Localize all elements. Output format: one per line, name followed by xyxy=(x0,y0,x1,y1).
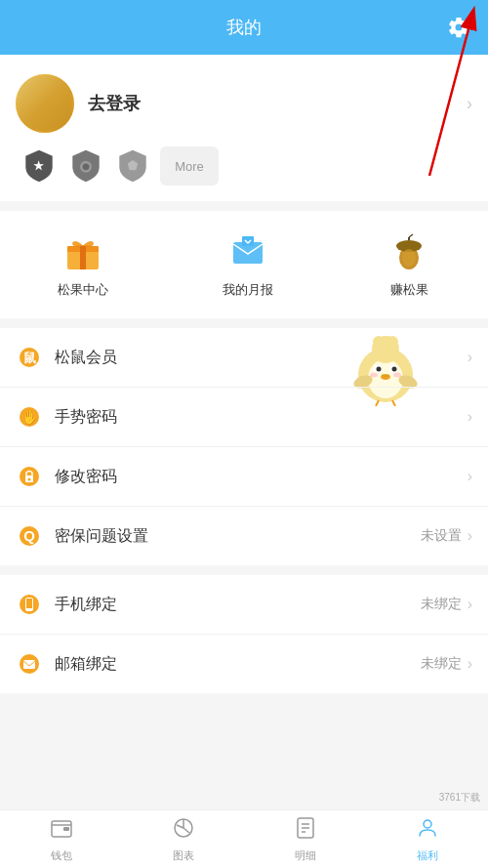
wallet-icon xyxy=(50,816,73,846)
svg-point-41 xyxy=(28,608,30,610)
watermark: 3761下载 xyxy=(439,791,480,805)
squirrel-icon: 鼠 xyxy=(16,344,43,371)
gesture-password-label: 手势密码 xyxy=(55,407,468,428)
badge-item-3[interactable] xyxy=(113,146,152,186)
change-password-label: 修改密码 xyxy=(55,467,468,487)
svg-line-11 xyxy=(409,234,413,237)
email-bind-label: 邮箱绑定 xyxy=(55,654,421,675)
pine-center-label: 松果中心 xyxy=(58,281,108,299)
chart-nav-label: 图表 xyxy=(173,848,194,863)
shield-badge-2 xyxy=(68,148,103,184)
settings-button[interactable] xyxy=(445,14,472,41)
mine-nav-icon xyxy=(416,816,439,846)
bottom-navigation: 钱包 图表 明细 福利 xyxy=(0,809,488,868)
badge-row: ★ More xyxy=(16,146,472,186)
svg-point-2 xyxy=(83,163,90,170)
svg-text:★: ★ xyxy=(34,159,45,173)
email-icon xyxy=(16,650,43,678)
quick-actions: 松果中心 我的月报 xyxy=(0,211,488,318)
more-badges-button[interactable]: More xyxy=(160,146,219,186)
gear-icon xyxy=(447,16,470,39)
shield-badge-1: ★ xyxy=(21,148,57,184)
mail-icon xyxy=(226,230,269,273)
profile-row[interactable]: 去登录 › xyxy=(16,74,472,133)
profile-section: 去登录 › ★ xyxy=(0,55,488,201)
phone-icon xyxy=(16,591,43,618)
monthly-report-label: 我的月报 xyxy=(223,281,273,299)
detail-nav-label: 明细 xyxy=(295,848,316,863)
nav-detail[interactable]: 明细 xyxy=(244,816,366,863)
security-question-value: 未设置 xyxy=(421,527,462,545)
app-header: 我的 xyxy=(0,0,488,55)
gift-icon xyxy=(61,230,104,273)
avatar xyxy=(16,74,74,133)
wallet-nav-label: 钱包 xyxy=(51,848,72,863)
monthly-report-button[interactable]: 我的月报 xyxy=(223,230,273,299)
nav-mine[interactable]: 福利 xyxy=(366,816,488,863)
pine-center-button[interactable]: 松果中心 xyxy=(58,230,108,299)
phone-bind-arrow: › xyxy=(468,596,472,613)
profile-arrow-icon: › xyxy=(467,94,472,114)
svg-rect-40 xyxy=(26,599,32,608)
gesture-password-arrow: › xyxy=(468,408,472,426)
svg-text:✋: ✋ xyxy=(21,409,39,426)
svg-point-35 xyxy=(28,478,31,481)
earn-pine-button[interactable]: 赚松果 xyxy=(387,230,430,299)
hand-icon: ✋ xyxy=(16,403,43,431)
lock-icon xyxy=(16,463,43,490)
login-button[interactable]: 去登录 xyxy=(88,92,467,115)
security-question-arrow: › xyxy=(468,527,472,545)
svg-point-12 xyxy=(402,249,416,267)
mine-nav-label: 福利 xyxy=(417,848,438,863)
svg-point-54 xyxy=(424,820,431,828)
security-question-label: 密保问题设置 xyxy=(55,526,421,547)
change-password-arrow: › xyxy=(468,468,472,485)
nav-chart[interactable]: 图表 xyxy=(122,816,244,863)
svg-rect-5 xyxy=(80,246,86,269)
svg-text:Q: Q xyxy=(23,527,35,544)
nav-wallet[interactable]: 钱包 xyxy=(0,816,122,863)
phone-bind-label: 手机绑定 xyxy=(55,595,421,615)
security-menu-section: 鼠 松鼠会员 › ✋ 手势密码 › xyxy=(0,328,488,565)
acorn-icon xyxy=(387,230,430,273)
question-icon: Q xyxy=(16,522,43,550)
squirrel-member-label: 松鼠会员 xyxy=(55,348,468,368)
svg-text:鼠: 鼠 xyxy=(23,351,36,365)
email-bind-arrow: › xyxy=(468,655,472,673)
email-bind-value: 未绑定 xyxy=(421,655,462,673)
change-password-item[interactable]: 修改密码 › xyxy=(0,447,488,507)
badge-item-1[interactable]: ★ xyxy=(20,146,59,186)
shield-badge-3 xyxy=(115,148,150,184)
detail-nav-icon xyxy=(294,816,317,846)
squirrel-member-item[interactable]: 鼠 松鼠会员 › xyxy=(0,328,488,388)
phone-bind-value: 未绑定 xyxy=(421,596,462,613)
email-bind-item[interactable]: 邮箱绑定 未绑定 › xyxy=(0,635,488,693)
svg-rect-7 xyxy=(242,236,254,246)
page-title: 我的 xyxy=(226,16,262,39)
earn-pine-label: 赚松果 xyxy=(390,281,428,299)
binding-menu-section: 手机绑定 未绑定 › 邮箱绑定 未绑定 › xyxy=(0,575,488,693)
squirrel-member-arrow: › xyxy=(468,349,472,366)
badge-item-2[interactable] xyxy=(66,146,105,186)
phone-bind-item[interactable]: 手机绑定 未绑定 › xyxy=(0,575,488,635)
svg-rect-47 xyxy=(63,827,69,831)
svg-rect-43 xyxy=(23,660,35,669)
chart-nav-icon xyxy=(172,816,195,846)
gesture-password-item[interactable]: ✋ 手势密码 › xyxy=(0,388,488,447)
security-question-item[interactable]: Q 密保问题设置 未设置 › xyxy=(0,507,488,565)
